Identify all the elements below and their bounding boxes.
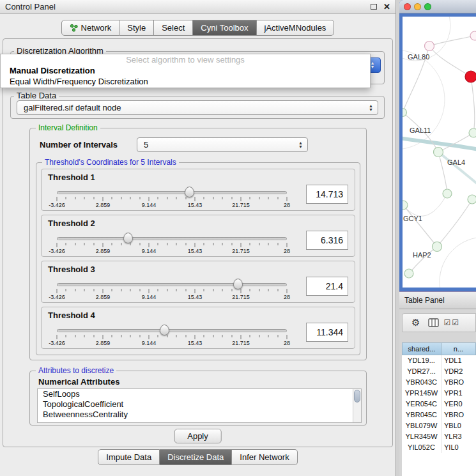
slider-track[interactable] [57, 283, 287, 286]
slider-thumb[interactable] [160, 325, 169, 335]
slider-track[interactable] [57, 191, 287, 194]
table-data-combobox[interactable]: galFiltered.sif default node ▲ ▼ [17, 100, 378, 115]
tab-jactivemnodules[interactable]: jActiveMNodules [257, 20, 335, 36]
minimize-traffic-light-icon[interactable] [414, 3, 421, 10]
threshold-slider[interactable]: -3.4262.8599.14415.4321.71528 [57, 232, 287, 256]
tab-jactivemnodules-label: jActiveMNodules [265, 23, 326, 33]
table-row[interactable]: YBR045CYBRO [402, 410, 476, 420]
table-row[interactable]: YER054CYER0 [402, 399, 476, 410]
dropdown-option-equal-width[interactable]: Equal Width/Frequency Discretization [1, 76, 370, 87]
network-node[interactable] [404, 269, 413, 278]
list-item[interactable]: BetweennessCentrality [38, 410, 361, 420]
threshold-slider[interactable]: -3.4262.8599.14415.4321.71528 [57, 186, 287, 210]
slider-tick [93, 289, 94, 291]
slider-thumb[interactable] [233, 279, 243, 289]
network-node[interactable] [470, 31, 476, 40]
network-node[interactable] [425, 42, 434, 51]
table-cell[interactable]: YBL0 [441, 420, 476, 431]
number-of-intervals-combobox[interactable]: 5 ▲ ▼ [137, 137, 308, 152]
tab-discretize-data[interactable]: Discretize Data [160, 449, 232, 465]
network-node[interactable] [443, 189, 452, 198]
threshold-value-field[interactable]: 21.4 [306, 277, 348, 296]
dropdown-hint: Select algorithm to view settings [1, 54, 370, 65]
network-node[interactable] [469, 128, 476, 137]
table-cell[interactable]: YDL19... [402, 355, 441, 366]
network-window-titlebar[interactable] [399, 0, 476, 13]
table-cell[interactable]: YBL079W [402, 420, 441, 431]
network-edge [437, 199, 472, 247]
tab-impute-data[interactable]: Impute Data [98, 449, 160, 465]
tab-cyni-toolbox[interactable]: Cyni Toolbox [193, 20, 256, 36]
column-header[interactable]: n... [441, 342, 476, 355]
table-cell[interactable]: YER0 [441, 399, 476, 410]
tab-style[interactable]: Style [119, 20, 154, 36]
table-row[interactable]: YPR145WYPR1 [402, 388, 476, 399]
table-cell[interactable]: YPR1 [441, 388, 476, 399]
list-item[interactable]: TopologicalCoefficient [38, 399, 361, 410]
close-traffic-light-icon[interactable] [404, 3, 411, 10]
threshold-slider[interactable]: -3.4262.8599.14415.4321.71528 [57, 278, 287, 302]
network-node[interactable] [468, 195, 476, 204]
network-node[interactable] [403, 201, 408, 210]
slider-thumb[interactable] [123, 233, 133, 243]
threshold-value-field[interactable]: 11.344 [306, 323, 348, 342]
network-edge-arc [440, 237, 476, 288]
threshold-slider[interactable]: -3.4262.8599.14415.4321.71528 [57, 324, 287, 348]
slider-scale-label: 28 [284, 294, 290, 300]
slider-tick [268, 289, 269, 291]
table-row[interactable]: YBL079WYBL0 [402, 420, 476, 431]
table-cell[interactable]: YBRO [441, 377, 476, 388]
tab-network[interactable]: Network [61, 20, 120, 36]
stepper-down-icon: ▼ [369, 108, 373, 112]
dropdown-option-manual-discretization[interactable]: Manual Discretization [1, 65, 370, 76]
tab-infer-network[interactable]: Infer Network [232, 449, 297, 465]
table-cell[interactable]: YBR043C [402, 377, 441, 388]
table-cell[interactable]: YIL0 [441, 442, 476, 453]
table-cell[interactable]: YLR345W [402, 431, 441, 442]
threshold-value-field[interactable]: 6.316 [306, 231, 348, 250]
table-cell[interactable]: YDR2 [441, 366, 476, 377]
attributes-scrollbar[interactable] [353, 389, 361, 422]
close-icon[interactable]: ✕ [383, 3, 390, 11]
network-canvas[interactable]: GAL80 GAL11 GAL4 GCY1 HAP2 [403, 17, 476, 288]
slider-tick [149, 335, 150, 339]
network-node[interactable] [433, 242, 442, 252]
apply-button[interactable]: Apply [174, 429, 222, 443]
list-item[interactable]: SelfLoops [38, 389, 361, 399]
checkbox-icon[interactable]: ☑ [443, 318, 450, 327]
table-cell[interactable]: YPR145W [402, 388, 441, 399]
gear-icon[interactable]: ⚙ [411, 317, 420, 328]
network-node[interactable] [434, 148, 443, 157]
network-node-highlighted[interactable] [465, 71, 476, 82]
scrollbar-thumb[interactable] [354, 390, 360, 403]
zoom-traffic-light-icon[interactable] [424, 3, 431, 10]
slider-track[interactable] [57, 237, 287, 240]
table-cell[interactable]: YLR3 [441, 431, 476, 442]
table-cell[interactable]: YBRO [441, 410, 476, 420]
slider-thumb[interactable] [185, 187, 194, 197]
slider-tick [222, 243, 223, 245]
float-window-icon[interactable] [371, 4, 377, 10]
table-cell[interactable]: YIL052C [402, 442, 441, 453]
checkbox-icon[interactable]: ☑ [452, 318, 459, 327]
thresholds-group-title: Threshold's Coordinates for 5 Intervals [42, 158, 179, 167]
table-header-row: shared... n... [402, 342, 476, 355]
table-row[interactable]: YBR043CYBRO [402, 377, 476, 388]
columns-icon[interactable] [428, 318, 439, 327]
table-row[interactable]: YDL19...YDL1 [402, 355, 476, 366]
table-cell[interactable]: YER054C [402, 399, 441, 410]
slider-tick [121, 289, 121, 291]
table-row[interactable]: YIL052CYIL0 [402, 442, 476, 453]
table-cell[interactable]: YDL1 [441, 355, 476, 366]
table-row[interactable]: YDR27...YDR2 [402, 366, 476, 377]
slider-tick [231, 289, 232, 291]
slider-tick [121, 243, 121, 245]
table-row[interactable]: YLR345WYLR3 [402, 431, 476, 442]
table-cell[interactable]: YDR27... [402, 366, 441, 377]
tab-select[interactable]: Select [154, 20, 193, 36]
threshold-value-field[interactable]: 14.713 [306, 185, 348, 204]
slider-track[interactable] [57, 329, 287, 332]
slider-tick [277, 289, 278, 291]
table-cell[interactable]: YBR045C [402, 410, 441, 420]
column-header[interactable]: shared... [402, 342, 441, 355]
